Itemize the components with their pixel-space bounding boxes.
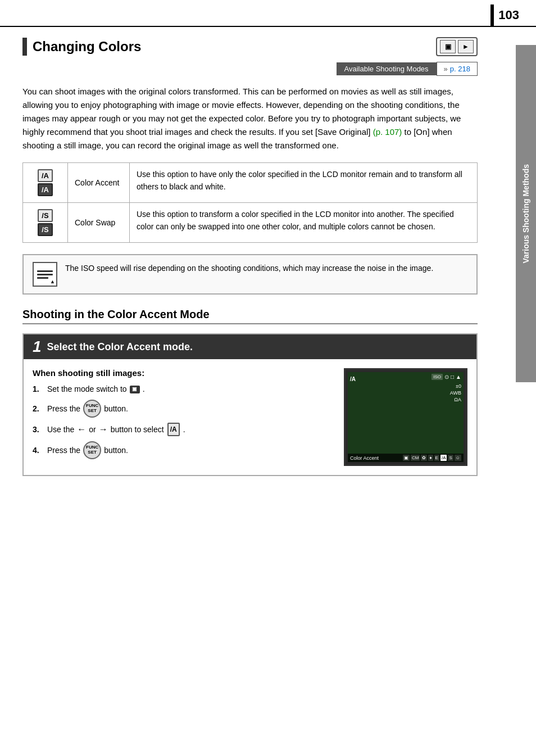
camera-screen-inner: /A ISO ⊙ □ ▲ ±0 AWB bbox=[348, 372, 464, 462]
mode-icon-flower: ✿ bbox=[421, 455, 427, 461]
mode-icon-s: S bbox=[448, 455, 453, 461]
instruction-num-3: 3. bbox=[33, 425, 43, 434]
note-icon: ▲ bbox=[33, 262, 57, 287]
arrow-right-icon: → bbox=[99, 423, 108, 436]
color-accent-name: Color Accent bbox=[68, 163, 130, 203]
instruction-text-1: Set the mode switch to ▣. bbox=[47, 383, 145, 395]
instruction-num-4: 4. bbox=[33, 446, 43, 455]
section-title-text: Changing Colors bbox=[33, 39, 141, 55]
instruction-text-2: Press the FUNCSET button. bbox=[47, 400, 128, 418]
available-modes-link[interactable]: » p. 218 bbox=[437, 62, 478, 76]
step-title-text: Select the Color Accent mode. bbox=[47, 341, 193, 353]
step-content: When shooting still images: 1. Set the m… bbox=[24, 359, 476, 475]
instruction-text-4: Press the FUNCSET button. bbox=[47, 441, 128, 459]
color-swap-badge-2: /S bbox=[38, 223, 52, 236]
note-corner-mark: ▲ bbox=[50, 279, 55, 284]
instruction-4: 4. Press the FUNCSET button. bbox=[33, 441, 333, 459]
available-modes-bar: Available Shooting Modes » p. 218 bbox=[22, 62, 478, 76]
screen-top-icons-row: ISO ⊙ □ ▲ bbox=[431, 374, 461, 380]
screen-top-row: /A ISO ⊙ □ ▲ ±0 AWB bbox=[348, 372, 464, 404]
step-instructions: When shooting still images: 1. Set the m… bbox=[33, 368, 333, 466]
instruction-num-1: 1. bbox=[33, 384, 43, 393]
title-accent-bar bbox=[22, 38, 27, 56]
camera-mode-icon: ▣ bbox=[130, 386, 140, 393]
section-title: Changing Colors bbox=[22, 38, 141, 56]
instruction-num-2: 2. bbox=[33, 404, 43, 413]
battery-icon: ▲ bbox=[456, 374, 461, 380]
note-text: The ISO speed will rise depending on the… bbox=[65, 262, 433, 274]
screen-ev: ±0 bbox=[456, 383, 461, 389]
button-to-select-text: button to select bbox=[111, 424, 164, 436]
arrow-left-icon: ← bbox=[77, 423, 86, 436]
body-text-link[interactable]: (p. 107) bbox=[373, 127, 402, 137]
note-lines bbox=[37, 270, 53, 279]
iso-icon: ISO bbox=[431, 374, 443, 380]
frame-icon: □ bbox=[451, 374, 454, 380]
screen-left-area: /A bbox=[350, 374, 356, 382]
mode-icon-diamond: ♦ bbox=[428, 455, 433, 461]
mode-icon-face: ☺ bbox=[455, 455, 461, 461]
instruction-1: 1. Set the mode switch to ▣. bbox=[33, 383, 333, 395]
screen-icon-a: /A bbox=[350, 376, 356, 382]
mode-icon-photo: ▣ bbox=[440, 40, 456, 53]
main-content: Changing Colors ▣ ► Available Shooting M… bbox=[0, 27, 511, 504]
color-accent-select-badge: /A bbox=[167, 423, 180, 436]
color-swap-desc: Use this option to transform a color spe… bbox=[130, 203, 478, 243]
available-modes-page: p. 218 bbox=[450, 65, 470, 73]
feature-table: /A /A Color Accent Use this option to ha… bbox=[22, 162, 478, 243]
func-button-1: FUNCSET bbox=[83, 400, 101, 418]
screen-right-col: ±0 AWB ΩA bbox=[450, 383, 461, 402]
or-text: or bbox=[89, 424, 96, 436]
note-line-1 bbox=[37, 270, 53, 272]
note-line-3 bbox=[37, 277, 48, 279]
chevron-double-icon: » bbox=[444, 65, 448, 73]
body-text: You can shoot images with the original c… bbox=[22, 85, 478, 152]
page-number-bar: 103 bbox=[0, 0, 536, 27]
note-line-2 bbox=[37, 274, 53, 275]
available-modes-label: Available Shooting Modes bbox=[337, 62, 437, 75]
steps-container: 1 Select the Color Accent mode. When sho… bbox=[22, 333, 478, 476]
mode-icon-e: E bbox=[434, 455, 439, 461]
settings-icon: ⊙ bbox=[444, 374, 449, 380]
mode-icon-a-active: /A bbox=[440, 455, 447, 461]
instruction-2: 2. Press the FUNCSET button. bbox=[33, 400, 333, 418]
func-button-2: FUNCSET bbox=[83, 441, 101, 459]
color-accent-badge-1: /A bbox=[38, 169, 53, 182]
color-swap-name: Color Swap bbox=[68, 203, 130, 243]
screen-mode-icons: ▣ CM ✿ ♦ E /A S ☺ bbox=[403, 455, 461, 461]
screen-bottom-label: Color Accent bbox=[350, 455, 379, 461]
instruction-3: 3. Use the ← or → button to select /A. bbox=[33, 422, 333, 437]
mode-icon-cm: CM bbox=[411, 455, 420, 461]
sub-section-title: Shooting in the Color Accent Mode bbox=[22, 308, 478, 324]
section-header: Changing Colors ▣ ► bbox=[22, 37, 478, 56]
camera-screen: /A ISO ⊙ □ ▲ ±0 AWB bbox=[344, 368, 467, 466]
sidebar-label-text: Various Shooting Methods bbox=[521, 164, 530, 264]
color-swap-icon-cell: /S /S bbox=[23, 203, 68, 243]
screen-bottom-bar: Color Accent ▣ CM ✿ ♦ E /A S ☺ bbox=[348, 454, 464, 462]
color-accent-badge-2: /A bbox=[38, 183, 53, 196]
mode-icons: ▣ ► bbox=[436, 37, 478, 56]
color-accent-icon-cell: /A /A bbox=[23, 163, 68, 203]
note-box: ▲ The ISO speed will rise depending on t… bbox=[22, 254, 478, 295]
screen-wb: AWB bbox=[450, 390, 461, 396]
screen-metering: ΩA bbox=[454, 397, 461, 402]
screen-right-icons: ISO ⊙ □ ▲ ±0 AWB ΩA bbox=[431, 374, 461, 402]
mode-icon-video: ► bbox=[458, 40, 474, 53]
page-bar-accent bbox=[490, 4, 494, 26]
mode-icon-cam: ▣ bbox=[403, 455, 410, 461]
still-images-label: When shooting still images: bbox=[33, 368, 333, 378]
table-row-color-accent: /A /A Color Accent Use this option to ha… bbox=[23, 163, 478, 203]
sidebar-label: Various Shooting Methods bbox=[516, 45, 536, 382]
instruction-text-3: Use the ← or → button to select /A. bbox=[47, 422, 185, 437]
step-number: 1 bbox=[33, 338, 42, 356]
color-accent-desc: Use this option to have only the color s… bbox=[130, 163, 478, 203]
color-swap-badge-1: /S bbox=[38, 209, 52, 222]
step-header: 1 Select the Color Accent mode. bbox=[24, 334, 476, 359]
page-number: 103 bbox=[498, 8, 519, 22]
table-row-color-swap: /S /S Color Swap Use this option to tran… bbox=[23, 203, 478, 243]
